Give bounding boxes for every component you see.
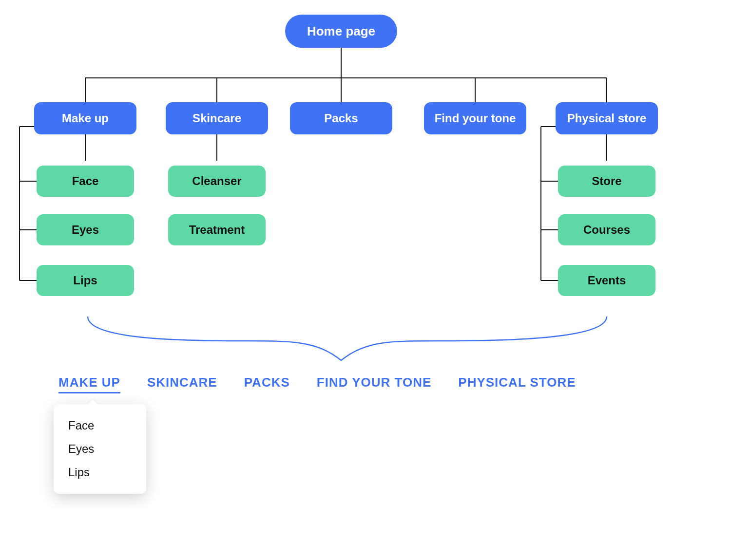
dropdown-item-face[interactable]: Face [68,414,132,437]
nav-item-physical-store[interactable]: PHYSICAL STORE [458,375,576,393]
nav-item-find-tone[interactable]: FIND YOUR TONE [317,375,432,393]
nav-item-makeup[interactable]: MAKE UP [58,375,120,393]
nav-dropdown-makeup: Face Eyes Lips [54,404,146,494]
sub-node-eyes: Eyes [37,214,134,245]
sub-node-lips: Lips [37,265,134,296]
category-node-makeup: Make up [34,102,136,134]
nav-item-packs[interactable]: PACKS [244,375,290,393]
sub-node-face: Face [37,166,134,197]
dropdown-item-lips[interactable]: Lips [68,461,132,484]
category-node-packs: Packs [290,102,392,134]
root-node-home: Home page [285,15,397,48]
category-node-skincare: Skincare [166,102,268,134]
dropdown-item-eyes[interactable]: Eyes [68,437,132,461]
sub-node-cleanser: Cleanser [168,166,266,197]
sub-node-store: Store [558,166,655,197]
category-node-physical-store: Physical store [556,102,658,134]
sub-node-treatment: Treatment [168,214,266,245]
nav-item-skincare[interactable]: SKINCARE [147,375,217,393]
sub-node-events: Events [558,265,655,296]
sub-node-courses: Courses [558,214,655,245]
nav-menu: MAKE UP SKINCARE PACKS FIND YOUR TONE PH… [58,375,576,393]
category-node-find-tone: Find your tone [424,102,526,134]
